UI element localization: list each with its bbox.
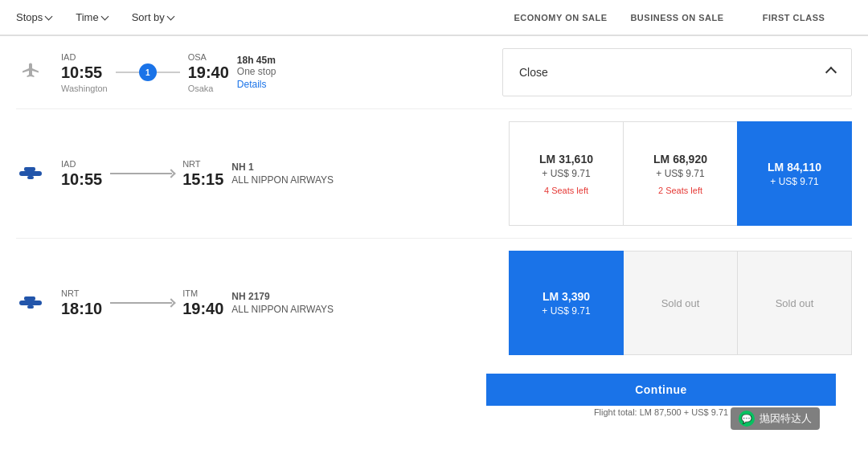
flight-info-3: NRT 18:10 ITM 19:40 NH 2179 ALL NIPPON A…	[61, 288, 334, 318]
dep-time-3: 18:10	[61, 300, 102, 318]
price-main-economy-2: LM 31,610	[539, 152, 593, 166]
price-card-first-2[interactable]: LM 84,110 + US$ 9.71	[737, 121, 852, 226]
price-main-first-2: LM 84,110	[768, 160, 821, 174]
stops-filter[interactable]: Stops	[16, 8, 51, 27]
arrival-block-1: OSA 19:40 Osaka	[188, 52, 229, 93]
price-sub-economy-3: + US$ 9.71	[542, 305, 590, 317]
price-cards-2: LM 31,610 + US$ 9.71 4 Seats left LM 68,…	[510, 121, 852, 226]
details-link-1[interactable]: Details	[237, 79, 301, 90]
close-chevron-icon[interactable]	[825, 67, 837, 78]
plane-icon-2	[16, 165, 45, 182]
arr-code-2: NRT	[182, 159, 223, 169]
dep-code-1: IAD	[61, 52, 108, 62]
flight-info-2: IAD 10:55 NRT 15:15 NH 1 ALL NIPPON AIRW…	[61, 159, 334, 189]
stop-text-1: One stop	[237, 66, 301, 77]
arr-code-1: OSA	[188, 52, 229, 62]
flight-row-2: IAD 10:55 NRT 15:15 NH 1 ALL NIPPON AIRW…	[16, 109, 852, 239]
stop-badge-1: 1	[139, 63, 157, 81]
stops-chevron-icon	[45, 13, 53, 21]
price-card-economy-2[interactable]: LM 31,610 + US$ 9.71 4 Seats left	[509, 121, 624, 226]
wechat-icon: 💬	[739, 411, 755, 427]
svg-rect-3	[19, 301, 42, 305]
price-card-business-2[interactable]: LM 68,920 + US$ 9.71 2 Seats left	[623, 121, 738, 226]
departure-block-2: IAD 10:55	[61, 159, 102, 189]
airline-info-2: NH 1 ALL NIPPON AIRWAYS	[231, 161, 334, 186]
sortby-filter[interactable]: Sort by	[132, 8, 174, 27]
arrival-block-2: NRT 15:15	[182, 159, 223, 189]
direct-arrow-2	[110, 170, 174, 177]
price-main-business-2: LM 68,920	[653, 152, 707, 166]
price-cards-3: LM 3,390 + US$ 9.71 Sold out Sold out	[510, 251, 852, 355]
continue-button[interactable]: Continue	[486, 374, 836, 406]
dep-code-2: IAD	[61, 159, 102, 169]
flight-row-3: NRT 18:10 ITM 19:40 NH 2179 ALL NIPPON A…	[16, 239, 852, 367]
plane-icon-1	[16, 61, 45, 84]
time-filter[interactable]: Time	[76, 8, 107, 27]
route-line-1: 1	[116, 63, 180, 81]
arr-time-3: 19:40	[182, 300, 223, 318]
line-left-1	[116, 72, 139, 73]
departure-block-3: NRT 18:10	[61, 288, 102, 318]
plane-icon-3	[16, 294, 45, 312]
price-sub-first-2: + US$ 9.71	[770, 176, 818, 187]
main-content: IAD 10:55 Washington 1 OSA 19:40 Osaka 1…	[0, 36, 868, 420]
arrival-block-3: ITM 19:40	[182, 288, 223, 318]
arr-time-1: 19:40	[188, 63, 229, 82]
seats-left-business-2: 2 Seats left	[658, 186, 702, 195]
flight-left-3: NRT 18:10 ITM 19:40 NH 2179 ALL NIPPON A…	[16, 251, 493, 355]
price-card-business-3[interactable]: Sold out	[623, 251, 738, 355]
duration-1: 18h 45m One stop Details	[237, 55, 301, 90]
seats-left-economy-2: 4 Seats left	[544, 186, 588, 195]
close-label: Close	[519, 66, 548, 79]
arr-time-2: 15:15	[182, 170, 223, 189]
direct-arrow-3	[110, 300, 174, 306]
price-sub-economy-2: + US$ 9.71	[542, 168, 590, 179]
flight-right-2: LM 31,610 + US$ 9.71 4 Seats left LM 68,…	[510, 121, 852, 226]
svg-rect-4	[24, 296, 35, 301]
arr-code-3: ITM	[182, 288, 223, 298]
col-business: BUSINESS ON SALE	[619, 13, 735, 22]
price-card-first-3[interactable]: Sold out	[737, 251, 852, 355]
sold-out-business-3: Sold out	[661, 297, 700, 309]
sortby-label: Sort by	[132, 11, 165, 23]
dep-code-3: NRT	[61, 288, 102, 298]
sortby-chevron-icon	[166, 13, 174, 21]
time-chevron-icon	[100, 13, 108, 21]
column-headers: ECONOMY ON SALE BUSINESS ON SALE FIRST C…	[502, 13, 852, 22]
filter-bar: Stops Time Sort by ECONOMY ON SALE BUSIN…	[0, 0, 868, 35]
time-label: Time	[76, 11, 98, 23]
direct-line-2	[110, 173, 172, 174]
watermark-text: 抛因特达人	[760, 411, 812, 426]
arr-city-1: Osaka	[188, 84, 229, 93]
svg-rect-0	[19, 171, 42, 176]
flight-info-1: IAD 10:55 Washington 1 OSA 19:40 Osaka 1…	[61, 52, 301, 93]
airline-num-3: NH 2179	[231, 291, 334, 302]
stops-label: Stops	[16, 11, 43, 23]
duration-text-1: 18h 45m	[237, 55, 301, 66]
airline-name-2: ALL NIPPON AIRWAYS	[231, 174, 334, 186]
col-first: FIRST CLASS	[735, 13, 852, 22]
price-sub-business-2: + US$ 9.71	[656, 168, 704, 179]
flight-right-1: Close	[502, 48, 852, 96]
watermark: 💬 抛因特达人	[731, 407, 820, 430]
line-right-1	[157, 72, 180, 73]
svg-rect-5	[27, 305, 34, 309]
continue-row: Continue	[16, 374, 852, 406]
svg-rect-2	[27, 176, 34, 179]
dep-city-1: Washington	[61, 84, 108, 93]
arrow-right-icon-3	[166, 298, 175, 307]
flight-total-row: Flight total: LM 87,500 + US$ 9.71	[16, 406, 852, 417]
price-card-economy-3[interactable]: LM 3,390 + US$ 9.71	[509, 251, 624, 355]
flight-left-2: IAD 10:55 NRT 15:15 NH 1 ALL NIPPON AIRW…	[16, 121, 493, 226]
direct-line-3	[110, 302, 172, 304]
arrow-right-icon-2	[166, 169, 175, 178]
dep-time-2: 10:55	[61, 170, 102, 189]
svg-rect-1	[24, 167, 35, 171]
airline-num-2: NH 1	[231, 161, 334, 173]
close-panel: Close	[502, 48, 852, 96]
price-main-economy-3: LM 3,390	[542, 289, 590, 304]
airline-info-3: NH 2179 ALL NIPPON AIRWAYS	[231, 291, 334, 315]
departure-block-1: IAD 10:55 Washington	[61, 52, 108, 93]
airline-name-3: ALL NIPPON AIRWAYS	[231, 304, 334, 315]
col-economy: ECONOMY ON SALE	[502, 13, 619, 22]
